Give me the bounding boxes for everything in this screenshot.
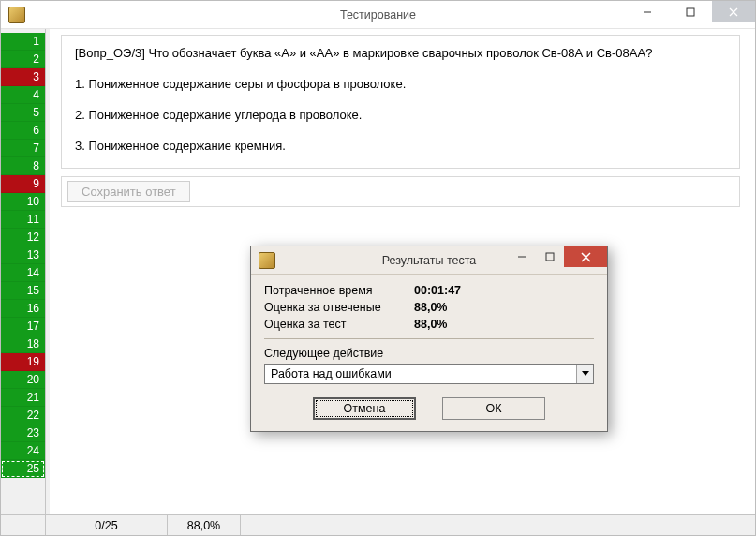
stat-label: Оценка за отвеченые xyxy=(264,301,414,314)
next-action-label: Следующее действие xyxy=(264,347,594,360)
question-item-9[interactable]: 9 xyxy=(1,175,45,193)
question-item-3[interactable]: 3 xyxy=(1,68,45,86)
status-score: 88,0% xyxy=(168,515,241,535)
window-controls xyxy=(626,1,755,22)
question-item-24[interactable]: 24 xyxy=(1,442,45,460)
dialog-minimize-button[interactable] xyxy=(508,246,536,267)
question-item-16[interactable]: 16 xyxy=(1,300,45,318)
stat-label: Потраченное время xyxy=(264,284,414,297)
question-item-18[interactable]: 18 xyxy=(1,335,45,353)
close-icon xyxy=(729,7,738,17)
dialog-title: Результаты теста xyxy=(382,254,477,267)
question-item-12[interactable]: 12 xyxy=(1,229,45,246)
question-item-2[interactable]: 2 xyxy=(1,51,45,68)
combo-input[interactable] xyxy=(265,365,576,383)
dialog-body: Потраченное время 00:01:47 Оценка за отв… xyxy=(251,275,607,431)
dialog-separator xyxy=(264,338,594,339)
question-item-4[interactable]: 4 xyxy=(1,86,45,104)
svg-marker-8 xyxy=(582,371,589,376)
app-icon xyxy=(259,252,275,269)
window-title: Тестирование xyxy=(340,8,416,22)
question-item-8[interactable]: 8 xyxy=(1,157,45,175)
stat-value: 00:01:47 xyxy=(414,284,461,297)
maximize-button[interactable] xyxy=(669,1,712,22)
results-dialog: Результаты теста Потраченное время 00:01… xyxy=(250,246,608,432)
ok-button[interactable]: ОК xyxy=(442,397,545,420)
dialog-buttons: Отмена ОК xyxy=(264,397,594,420)
cancel-button[interactable]: Отмена xyxy=(313,397,416,420)
maximize-icon xyxy=(545,252,555,261)
question-item-21[interactable]: 21 xyxy=(1,389,45,407)
question-item-7[interactable]: 7 xyxy=(1,140,45,157)
question-item-14[interactable]: 14 xyxy=(1,264,45,282)
close-button[interactable] xyxy=(712,1,755,22)
answer-option[interactable]: 1. Пониженное содержание серы и фосфора … xyxy=(75,76,726,94)
stat-value: 88,0% xyxy=(414,318,447,331)
question-panel: [Вопр_ОЭ/3] Что обозначает буква «А» и «… xyxy=(61,35,740,169)
minimize-icon xyxy=(517,252,526,261)
answer-option[interactable]: 2. Пониженное содержание углерода в пров… xyxy=(75,107,726,125)
svg-rect-1 xyxy=(687,8,694,16)
close-icon xyxy=(581,252,591,262)
status-cell-blank xyxy=(1,515,46,535)
dialog-maximize-button[interactable] xyxy=(536,246,564,267)
svg-rect-5 xyxy=(546,253,554,261)
question-item-22[interactable]: 22 xyxy=(1,407,45,424)
save-bar: Сохранить ответ xyxy=(61,176,740,207)
question-item-17[interactable]: 17 xyxy=(1,318,45,335)
question-sidebar[interactable]: 1234567891011121314151617181920212223242… xyxy=(1,29,46,514)
app-icon xyxy=(8,7,25,23)
question-item-5[interactable]: 5 xyxy=(1,104,45,122)
minimize-icon xyxy=(643,7,652,17)
stat-row-time: Потраченное время 00:01:47 xyxy=(264,284,594,297)
question-text: [Вопр_ОЭ/3] Что обозначает буква «А» и «… xyxy=(75,45,726,63)
maximize-icon xyxy=(686,7,695,17)
question-item-1[interactable]: 1 xyxy=(1,33,45,51)
question-item-20[interactable]: 20 xyxy=(1,371,45,389)
question-item-10[interactable]: 10 xyxy=(1,193,45,211)
save-answer-button[interactable]: Сохранить ответ xyxy=(67,181,190,202)
question-item-23[interactable]: 23 xyxy=(1,424,45,442)
status-progress: 0/25 xyxy=(46,515,168,535)
stat-row-test: Оценка за тест 88,0% xyxy=(264,318,594,331)
answer-option[interactable]: 3. Пониженное содержание кремния. xyxy=(75,138,726,156)
question-item-15[interactable]: 15 xyxy=(1,282,45,300)
chevron-down-icon[interactable] xyxy=(576,365,593,383)
stat-row-answered: Оценка за отвеченые 88,0% xyxy=(264,301,594,314)
question-item-11[interactable]: 11 xyxy=(1,211,45,229)
stat-value: 88,0% xyxy=(414,301,447,314)
statusbar: 0/25 88,0% xyxy=(1,514,755,535)
question-item-19[interactable]: 19 xyxy=(1,353,45,371)
stat-label: Оценка за тест xyxy=(264,318,414,331)
question-item-25[interactable]: 25 xyxy=(1,460,45,478)
question-item-6[interactable]: 6 xyxy=(1,122,45,140)
dialog-close-button[interactable] xyxy=(564,246,607,267)
next-action-combo[interactable] xyxy=(264,364,594,384)
dialog-controls xyxy=(508,246,607,267)
question-item-13[interactable]: 13 xyxy=(1,246,45,264)
titlebar: Тестирование xyxy=(1,1,755,29)
minimize-button[interactable] xyxy=(626,1,669,22)
dialog-titlebar: Результаты теста xyxy=(251,246,607,275)
